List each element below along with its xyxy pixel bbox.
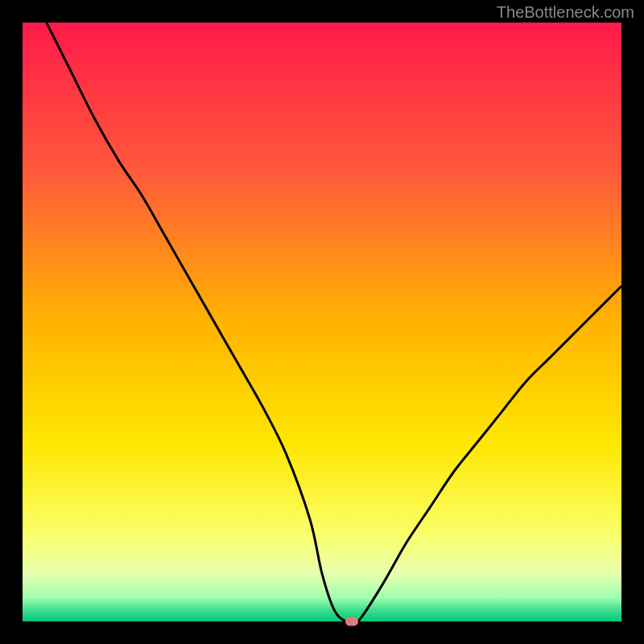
plot-area bbox=[23, 23, 621, 621]
optimal-point-marker bbox=[345, 617, 358, 626]
bottleneck-curve bbox=[23, 23, 621, 621]
watermark-text: TheBottleneck.com bbox=[497, 3, 634, 22]
